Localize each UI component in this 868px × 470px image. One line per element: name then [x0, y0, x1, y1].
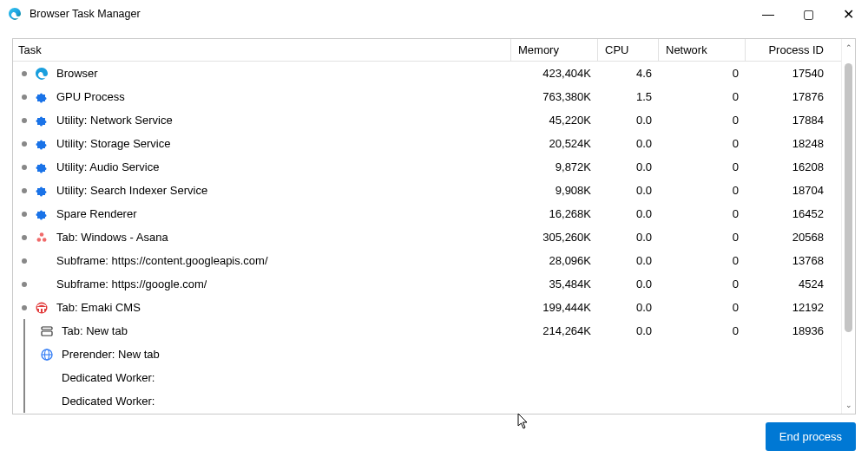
task-cell: GPU Process: [13, 89, 511, 105]
task-name: GPU Process: [56, 90, 125, 103]
cpu-cell: 0.0: [598, 160, 659, 173]
close-button[interactable]: ✕: [828, 0, 868, 28]
task-name: Tab: Emaki CMS: [56, 301, 141, 314]
network-cell: 0: [659, 90, 746, 103]
table-row[interactable]: Subframe: https://google.com/35,484K0.00…: [13, 272, 841, 296]
header-memory[interactable]: Memory: [511, 39, 598, 61]
task-table: Task Memory CPU Network Process ID Brows…: [12, 38, 856, 415]
pid-cell: 17884: [746, 114, 841, 127]
memory-cell: 305,260K: [511, 231, 598, 244]
network-cell: 0: [659, 67, 746, 80]
table-row[interactable]: Utility: Audio Service9,872K0.0016208: [13, 155, 841, 179]
asana-icon: [34, 230, 49, 245]
row-bullet: [22, 71, 27, 76]
edge-icon: [34, 66, 49, 82]
scroll-up-icon[interactable]: ⌃: [842, 41, 856, 55]
network-cell: 0: [659, 137, 746, 150]
maximize-button[interactable]: ▢: [788, 0, 828, 28]
row-bullet: [22, 118, 27, 123]
task-cell: Prerender: New tab: [13, 343, 511, 366]
task-name: Subframe: https://google.com/: [56, 277, 207, 290]
table-row[interactable]: Prerender: New tab: [13, 343, 841, 366]
rows-area: Task Memory CPU Network Process ID Brows…: [13, 39, 841, 414]
task-cell: Tab: Windows - Asana: [13, 230, 511, 245]
header-cpu[interactable]: CPU: [598, 39, 659, 61]
table-row[interactable]: Dedicated Worker:: [13, 389, 841, 413]
task-cell: Browser: [13, 66, 511, 82]
emaki-icon: [34, 300, 49, 316]
row-bullet: [22, 141, 27, 147]
memory-cell: 35,484K: [511, 277, 598, 290]
row-bullet: [22, 305, 27, 310]
table-row[interactable]: Utility: Search Indexer Service9,908K0.0…: [13, 179, 841, 202]
task-name: Utility: Network Service: [56, 114, 173, 127]
task-name: Tab: New tab: [62, 324, 128, 337]
header-task[interactable]: Task: [13, 39, 511, 61]
pid-cell: 17540: [746, 67, 841, 80]
pid-cell: 18248: [746, 137, 841, 150]
blank-icon: [34, 277, 49, 292]
header-pid[interactable]: Process ID: [746, 43, 841, 56]
task-name: Dedicated Worker:: [62, 371, 155, 384]
task-cell: Spare Renderer: [13, 206, 511, 222]
window-title: Browser Task Manager: [30, 8, 141, 20]
group-bar: [23, 343, 25, 366]
table-row[interactable]: Spare Renderer16,268K0.0016452: [13, 202, 841, 225]
scroll-down-icon[interactable]: ⌄: [842, 398, 856, 412]
pid-cell: 13768: [746, 254, 841, 267]
network-cell: 0: [659, 114, 746, 127]
table-row[interactable]: Tab: New tab214,264K0.0018936: [13, 319, 841, 343]
task-name: Dedicated Worker:: [62, 395, 155, 408]
globe-icon: [39, 347, 55, 362]
table-row[interactable]: Tab: Windows - Asana305,260K0.0020568: [13, 225, 841, 249]
window-controls: ― ▢ ✕: [748, 0, 868, 28]
cpu-cell: 0.0: [598, 231, 659, 244]
titlebar[interactable]: Browser Task Manager ― ▢ ✕: [0, 0, 868, 28]
scroll-thumb[interactable]: [845, 63, 852, 332]
pid-cell: 16452: [746, 207, 841, 220]
newtab-icon: [39, 323, 55, 339]
row-bullet: [22, 282, 27, 287]
network-cell: 0: [659, 184, 746, 197]
pid-cell: 18704: [746, 184, 841, 197]
svg-rect-5: [39, 309, 41, 312]
task-cell: Utility: Search Indexer Service: [13, 183, 511, 199]
table-row[interactable]: Dedicated Worker:: [13, 366, 841, 389]
svg-rect-7: [42, 327, 52, 330]
cpu-cell: 0.0: [598, 324, 659, 337]
scrollbar[interactable]: ⌃ ⌄: [841, 39, 855, 414]
svg-point-1: [37, 238, 42, 242]
task-cell: Tab: Emaki CMS: [13, 300, 511, 316]
cpu-cell: 0.0: [598, 277, 659, 290]
table-row[interactable]: Tab: Emaki CMS199,444K0.0012192: [13, 296, 841, 319]
memory-cell: 763,380K: [511, 90, 598, 103]
table-row[interactable]: GPU Process763,380K1.5017876: [13, 85, 841, 108]
puzzle-icon: [34, 206, 49, 222]
table-row[interactable]: Utility: Storage Service20,524K0.0018248: [13, 132, 841, 155]
table-row[interactable]: Browser423,404K4.6017540: [13, 62, 841, 85]
memory-cell: 9,908K: [511, 184, 598, 197]
network-cell: 0: [659, 160, 746, 173]
network-cell: 0: [659, 324, 746, 337]
task-name: Subframe: https://content.googleapis.com…: [56, 254, 268, 267]
table-row[interactable]: Subframe: https://content.googleapis.com…: [13, 249, 841, 272]
task-cell: Utility: Storage Service: [13, 136, 511, 152]
pid-cell: 18936: [746, 324, 841, 337]
pid-cell: 20568: [746, 231, 841, 244]
task-cell: Subframe: https://content.googleapis.com…: [13, 253, 511, 269]
task-cell: Utility: Network Service: [13, 113, 511, 128]
end-process-button[interactable]: End process: [766, 422, 856, 451]
table-row[interactable]: Utility: Network Service45,220K0.0017884: [13, 108, 841, 132]
row-bullet: [22, 95, 27, 100]
minimize-button[interactable]: ―: [748, 0, 788, 28]
puzzle-icon: [34, 183, 49, 199]
group-bar: [23, 389, 25, 413]
blank-icon: [39, 394, 55, 409]
pid-cell: 12192: [746, 301, 841, 314]
svg-rect-4: [37, 307, 46, 309]
svg-point-2: [43, 238, 47, 242]
cpu-cell: 4.6: [598, 67, 659, 80]
task-name: Utility: Storage Service: [56, 137, 171, 150]
header-network[interactable]: Network: [659, 39, 746, 61]
cpu-cell: 0.0: [598, 207, 659, 220]
